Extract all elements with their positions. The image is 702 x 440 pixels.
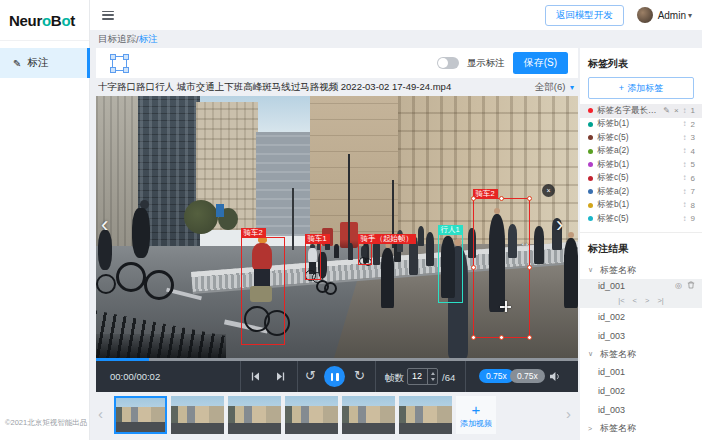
result-group-header[interactable]: ∨ 标签名称 bbox=[580, 262, 702, 279]
trash-icon[interactable] bbox=[687, 281, 695, 291]
sort-icon[interactable]: ↕ bbox=[683, 120, 687, 128]
speed-pill-active[interactable]: 0.75x bbox=[479, 369, 514, 383]
box-close-icon[interactable]: × bbox=[542, 184, 555, 197]
resize-handle[interactable] bbox=[499, 335, 504, 340]
bbox-rider1[interactable]: 骑车1 bbox=[305, 243, 321, 280]
last-frame-icon[interactable]: >| bbox=[657, 296, 663, 305]
sort-icon[interactable]: ↕ bbox=[683, 134, 687, 142]
speed-pill-inactive[interactable]: 0.75x bbox=[510, 369, 545, 383]
label-color-dot bbox=[588, 122, 593, 127]
video-canvas[interactable]: 骑车2 骑车1 骑手（起始帧） 行人1 骑车2 × ↔ ‹ bbox=[96, 96, 578, 358]
label-row[interactable]: 标签a(2) ↕ 4 bbox=[580, 145, 702, 159]
pedestrian-figure bbox=[381, 248, 394, 308]
result-item[interactable]: id_002 bbox=[580, 382, 702, 401]
result-item[interactable]: id_003 bbox=[580, 401, 702, 420]
save-button[interactable]: 保存(S) bbox=[513, 52, 568, 74]
resize-handle[interactable] bbox=[527, 265, 532, 270]
prev-frame-icon[interactable]: < bbox=[633, 296, 637, 305]
sort-icon[interactable]: ↕ bbox=[683, 201, 687, 209]
avatar[interactable] bbox=[637, 7, 653, 23]
sidebar-item-annotate[interactable]: ✎ 标注 bbox=[0, 48, 90, 78]
chevron-down-icon: ▾ bbox=[570, 83, 574, 92]
locate-icon[interactable]: ◎ bbox=[675, 282, 682, 290]
resize-handle[interactable] bbox=[471, 265, 476, 270]
label-row[interactable]: 标签c(5) ↕ 9 bbox=[580, 212, 702, 226]
resize-cursor: ↔ bbox=[520, 237, 530, 248]
label-row[interactable]: 标签c(5) ↕ 3 bbox=[580, 131, 702, 145]
video-thumbnail[interactable] bbox=[285, 396, 338, 434]
next-frame-icon[interactable]: > bbox=[645, 296, 649, 305]
label-name: 标签c(5) bbox=[597, 213, 679, 225]
volume-icon[interactable] bbox=[549, 371, 562, 384]
label-row[interactable]: 标签名字最长数... ✎ × ↕ 1 bbox=[580, 104, 702, 118]
label-name: 标签a(2) bbox=[597, 145, 679, 157]
bbox-rider2[interactable]: 骑车2 bbox=[241, 237, 285, 345]
add-label-button[interactable]: + 添加标签 bbox=[588, 77, 694, 99]
bbox-rider2-selected[interactable]: 骑车2 bbox=[473, 198, 530, 338]
first-frame-icon[interactable]: |< bbox=[618, 296, 624, 305]
result-item[interactable]: id_001 bbox=[580, 363, 702, 382]
frame-count-label: 帧数 bbox=[385, 372, 404, 385]
prev-frame-chevron[interactable]: ‹ bbox=[101, 214, 108, 236]
collapse-menu-icon[interactable] bbox=[102, 11, 114, 20]
stepper-up-icon[interactable] bbox=[431, 372, 435, 375]
resize-handle[interactable] bbox=[527, 196, 532, 201]
filter-dropdown[interactable]: 全部(6) ▾ bbox=[535, 81, 574, 94]
show-annotation-toggle[interactable] bbox=[437, 57, 459, 69]
username[interactable]: Admin bbox=[658, 10, 686, 21]
video-thumbnail[interactable] bbox=[228, 396, 281, 434]
resize-handle[interactable] bbox=[499, 196, 504, 201]
video-thumbnail[interactable] bbox=[342, 396, 395, 434]
label-color-dot bbox=[588, 149, 593, 154]
step-prev-icon[interactable] bbox=[250, 371, 261, 384]
resize-handle[interactable] bbox=[471, 335, 476, 340]
frame-stepper[interactable] bbox=[427, 369, 437, 384]
frame-number-input[interactable]: 12 bbox=[407, 368, 438, 385]
label-row[interactable]: 标签b(1) ↕ 2 bbox=[580, 118, 702, 132]
result-group-header[interactable]: > 标签名称 bbox=[580, 420, 702, 437]
sort-icon[interactable]: ↕ bbox=[683, 147, 687, 155]
label-shortcut: 7 bbox=[691, 187, 695, 196]
video-thumbnail[interactable] bbox=[114, 396, 167, 434]
video-thumbnail[interactable] bbox=[171, 396, 224, 434]
result-group-header[interactable]: ∨ 标签名称 bbox=[580, 346, 702, 363]
thumbs-next-icon[interactable]: › bbox=[566, 406, 571, 421]
bbox-rider-startframe[interactable]: 骑手（起始帧） bbox=[358, 243, 372, 265]
sort-icon[interactable]: ↕ bbox=[683, 188, 687, 196]
bbox-label: 行人1 bbox=[438, 225, 463, 235]
rewind-10-icon[interactable]: ↺ bbox=[305, 369, 316, 382]
label-shortcut: 9 bbox=[691, 214, 695, 223]
frame-number-value[interactable]: 12 bbox=[408, 369, 427, 384]
result-item[interactable]: id_003 bbox=[580, 327, 702, 346]
edit-icon[interactable]: ✎ bbox=[663, 107, 670, 115]
forward-10-icon[interactable]: ↻ bbox=[354, 369, 365, 382]
breadcrumb-parent[interactable]: 目标追踪 bbox=[98, 33, 136, 46]
rect-box-tool-icon[interactable] bbox=[112, 56, 127, 71]
delete-icon[interactable]: × bbox=[674, 107, 679, 115]
result-item[interactable]: id_002 bbox=[580, 308, 702, 327]
step-next-icon[interactable] bbox=[275, 371, 286, 384]
sort-icon[interactable]: ↕ bbox=[683, 161, 687, 169]
sort-icon[interactable]: ↕ bbox=[683, 107, 687, 115]
add-video-button[interactable]: + 添加视频 bbox=[456, 396, 496, 434]
resize-handle[interactable] bbox=[471, 196, 476, 201]
label-row[interactable]: 标签a(2) ↕ 7 bbox=[580, 185, 702, 199]
stepper-down-icon[interactable] bbox=[431, 378, 435, 381]
sort-icon[interactable]: ↕ bbox=[683, 215, 687, 223]
label-shortcut: 1 bbox=[691, 106, 695, 115]
video-thumbnail[interactable] bbox=[399, 396, 452, 434]
sort-icon[interactable]: ↕ bbox=[683, 174, 687, 182]
thumbs-prev-icon[interactable]: ‹ bbox=[98, 406, 103, 421]
label-row[interactable]: 标签c(5) ↕ 6 bbox=[580, 172, 702, 186]
result-id: id_001 bbox=[598, 367, 625, 377]
label-row[interactable]: 标签b(1) ↕ 5 bbox=[580, 158, 702, 172]
label-color-dot bbox=[588, 176, 593, 181]
result-item-selected[interactable]: id_001 ◎ bbox=[580, 279, 702, 294]
sidebar: NeuroBot ✎ 标注 ©2021北京矩视智能出品 bbox=[0, 0, 90, 440]
pause-button[interactable] bbox=[324, 366, 345, 387]
resize-handle[interactable] bbox=[527, 335, 532, 340]
back-to-model-dev-button[interactable]: 返回模型开发 bbox=[545, 5, 624, 26]
next-frame-chevron[interactable]: › bbox=[556, 214, 563, 236]
bbox-pedestrian1[interactable]: 行人1 bbox=[438, 234, 463, 303]
label-row[interactable]: 标签b(1) ↕ 8 bbox=[580, 199, 702, 213]
